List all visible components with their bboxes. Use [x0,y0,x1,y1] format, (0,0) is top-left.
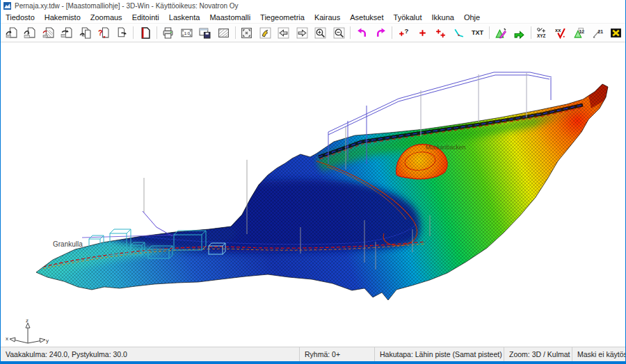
toolbar-separator [489,26,490,39]
write-format-icon[interactable] [94,24,112,42]
axis-x-label: x [6,336,8,342]
menu-tiegeometria[interactable]: Tiegeometria [255,13,310,22]
title-bar: Pernaja.xy.tdw - [Maastomalliohje] - 3D-… [1,0,625,12]
point-add-icon[interactable] [413,24,431,42]
menu-bar: TiedostoHakemistoZoomausEditointiLaskent… [1,12,625,24]
menu-zoomaus[interactable]: Zoomaus [86,13,127,22]
export-file-icon[interactable] [113,24,131,42]
line-num-icon[interactable] [588,24,607,42]
status-search-mode: Hakutapa: Lähin piste (Samat pisteet) [375,347,504,361]
triangle-num-icon[interactable] [570,24,588,42]
menu-hakemisto[interactable]: Hakemisto [40,13,86,22]
point-multi-icon[interactable] [431,24,449,42]
menu-ty-kalut[interactable]: Työkalut [389,13,427,22]
terrain-scene: Grankulla Muckanbacken z x y [1,42,625,347]
toolbar-separator [531,26,531,39]
menu-ohje[interactable]: Ohje [459,13,485,22]
zoom-prev-icon[interactable] [256,24,274,42]
toolbar-separator [133,26,134,39]
write-file-icon[interactable] [57,24,75,42]
menu-tiedosto[interactable]: Tiedosto [1,13,40,22]
menu-maastomalli[interactable]: Maastomalli [204,13,255,22]
xyz-coord-icon[interactable] [533,24,552,42]
app-window: ? 1:0 ? XYZ xx 12 21 [0,0,626,364]
point-query-icon[interactable] [394,24,412,42]
hatch-window-icon[interactable] [214,24,232,42]
document-editor-icon[interactable] [136,24,154,42]
zoom-out-icon[interactable] [330,24,348,42]
axis-z-label: z [26,317,29,324]
toolbar: TXT [1,24,625,42]
menu-asetukset[interactable]: Asetukset [345,13,388,22]
toolbar-separator [156,26,157,39]
polygon-tool-icon[interactable] [510,24,528,42]
label-peak: Muckanbacken [426,144,465,151]
read-file-icon[interactable] [2,24,20,42]
write-file-as-icon[interactable] [76,24,94,42]
pan-left-icon[interactable] [275,24,293,42]
read-format-icon[interactable] [39,24,57,42]
window-title: Pernaja.xy.tdw - [Maastomalliohje] - 3D-… [15,2,239,10]
label-grankulla: Grankulla [53,240,83,248]
mask-icon[interactable] [607,24,625,42]
polyline-icon[interactable] [450,24,468,42]
terrain-mesh [1,42,625,347]
triangle-model-icon[interactable] [492,24,510,42]
status-group: Ryhmä: 0+ [300,347,375,361]
txt-icon[interactable]: TXT [468,24,486,42]
txt-glyph: TXT [472,29,483,36]
axis-indicator: z x y [6,317,49,344]
toolbar-separator [350,26,351,39]
undo-icon[interactable] [353,24,371,42]
status-zoom-mode: Zoom: 3D / Kulmat [504,347,572,361]
axis-y-label: y [46,338,49,344]
status-bar: Vaakakulma: 240.0, Pystykulma: 30.0Ryhmä… [1,347,625,361]
menu-editointi[interactable]: Editointi [127,13,164,22]
save-window-icon[interactable] [196,24,214,42]
redo-icon[interactable] [371,24,390,42]
terrain-3d-viewport[interactable]: Grankulla Muckanbacken z x y [1,42,625,347]
zoom-in-icon[interactable] [311,24,329,42]
toolbar-separator [235,26,236,39]
status-mask: Maski ei käytössä [572,347,625,361]
read-file-add-icon[interactable] [20,24,38,42]
print-icon[interactable] [159,24,177,42]
app-icon [3,2,11,10]
scale-icon[interactable] [177,24,195,42]
toolbar-separator [392,26,392,39]
fit-screen-icon[interactable] [238,24,256,42]
menu-kairaus[interactable]: Kairaus [310,13,345,22]
pan-right-icon[interactable] [293,24,311,42]
check-points-icon[interactable] [552,24,570,42]
menu-ikkuna[interactable]: Ikkuna [426,13,458,22]
menu-laskenta[interactable]: Laskenta [164,13,205,22]
window-bottom-border [1,361,625,364]
status-view-angles: Vaakakulma: 240.0, Pystykulma: 30.0 [1,347,300,361]
